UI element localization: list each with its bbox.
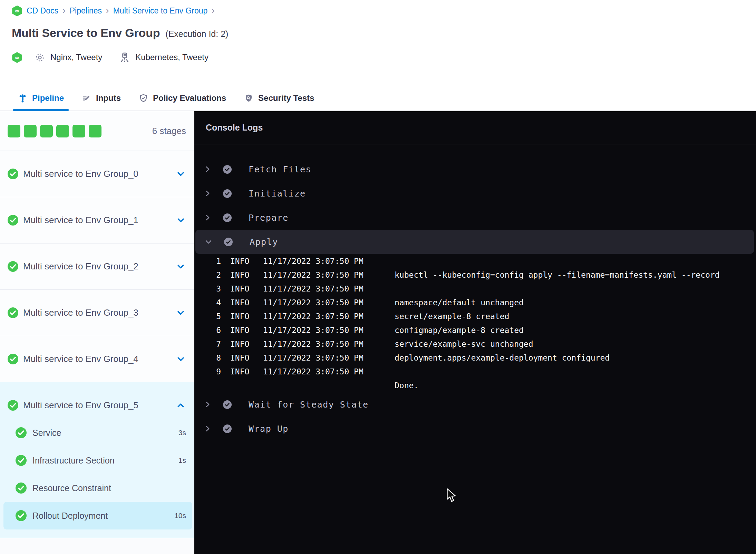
console-section-apply[interactable]: Apply <box>195 230 754 254</box>
chevron-down-icon[interactable] <box>176 169 185 179</box>
harness-logo-icon: ∞ <box>12 6 22 16</box>
breadcrumb-separator-icon: › <box>212 6 215 15</box>
log-line-number: 7 <box>213 340 221 348</box>
tab-pipeline[interactable]: Pipeline <box>18 86 64 111</box>
console-section-initialize[interactable]: Initialize <box>194 181 756 206</box>
log-timestamp: 11/17/2022 3:07:50 PM <box>263 298 365 307</box>
stage-progress-square[interactable] <box>89 125 101 137</box>
log-line-number: 9 <box>213 367 221 376</box>
breadcrumb-link-cd-docs[interactable]: CD Docs <box>27 6 58 16</box>
log-message: kubectl --kubeconfig=config apply --file… <box>395 270 720 279</box>
environments-label: Kubernetes, Tweety <box>135 52 209 62</box>
stage-row[interactable]: Multi service to Env Group_4 <box>0 336 194 382</box>
tab-label: Policy Evaluations <box>153 93 226 103</box>
chevron-right-icon[interactable] <box>204 401 212 408</box>
chevron-down-icon[interactable] <box>205 238 213 246</box>
status-success-icon <box>16 510 27 521</box>
step-name: Service <box>32 428 61 438</box>
tab-policy-evaluations[interactable]: Policy Evaluations <box>139 86 226 111</box>
chevron-down-icon[interactable] <box>176 354 185 364</box>
stage-progress-square[interactable] <box>40 125 53 137</box>
console-section-fetch-files[interactable]: Fetch Files <box>194 157 756 181</box>
log-level: INFO <box>230 326 250 335</box>
chevron-down-icon[interactable] <box>176 216 185 225</box>
log-timestamp: 11/17/2022 3:07:50 PM <box>263 312 365 321</box>
status-success-icon <box>8 169 18 179</box>
stage-row[interactable]: Multi service to Env Group_2 <box>0 243 194 290</box>
console-section-label: Prepare <box>249 213 289 223</box>
stage-row[interactable]: Multi service to Env Group_0 <box>0 151 194 197</box>
stage-progress-minimap <box>8 125 101 137</box>
step-row[interactable]: Infrastructure Section 1s <box>3 447 192 474</box>
inputs-icon <box>82 94 91 103</box>
step-row[interactable]: Resource Constraint <box>3 474 192 502</box>
log-line: 5 INFO 11/17/2022 3:07:50 PM secret/exam… <box>194 309 756 323</box>
step-name: Infrastructure Section <box>32 456 115 466</box>
step-success-icon <box>223 165 232 174</box>
chevron-right-icon[interactable] <box>204 214 212 221</box>
breadcrumb-link-pipeline-name[interactable]: Multi Service to Env Group <box>113 6 208 16</box>
page-header: ∞ CD Docs › Pipelines › Multi Service to… <box>0 0 756 111</box>
log-line: 8 INFO 11/17/2022 3:07:50 PM deployment.… <box>194 351 756 365</box>
chevron-down-icon[interactable] <box>176 262 185 271</box>
log-line-number: 8 <box>213 353 221 362</box>
log-message: secret/example-8 created <box>395 312 509 321</box>
policy-shield-check-icon <box>139 94 148 103</box>
stage-progress-square[interactable] <box>8 125 20 137</box>
step-name: Rollout Deployment <box>32 511 108 521</box>
status-success-icon <box>8 354 18 364</box>
chevron-down-icon[interactable] <box>176 308 185 317</box>
log-level: INFO <box>230 312 250 321</box>
log-message: configmap/example-8 created <box>395 326 524 335</box>
tab-inputs[interactable]: Inputs <box>82 86 121 111</box>
tab-label: Security Tests <box>258 93 314 103</box>
stage-row[interactable]: Multi service to Env Group_3 <box>0 290 194 336</box>
breadcrumb-separator-icon: › <box>106 6 109 15</box>
chevron-right-icon[interactable] <box>204 190 212 197</box>
console-section-wrap-up[interactable]: Wrap Up <box>194 417 756 441</box>
stage-name: Multi service to Env Group_5 <box>23 400 138 411</box>
log-timestamp: 11/17/2022 3:07:50 PM <box>263 257 365 266</box>
log-line-number: 3 <box>213 284 221 293</box>
log-line: 7 INFO 11/17/2022 3:07:50 PM service/exa… <box>194 337 756 351</box>
log-line: 9 INFO 11/17/2022 3:07:50 PM <box>194 365 756 379</box>
log-level: INFO <box>230 257 250 266</box>
svg-text:∞: ∞ <box>15 8 19 14</box>
step-row[interactable]: Service 3s <box>3 419 192 447</box>
step-duration: 3s <box>178 429 186 437</box>
console-logs-panel: Console Logs Fetch Files <box>194 111 756 554</box>
stage-progress-square[interactable] <box>24 125 37 137</box>
stage-name: Multi service to Env Group_3 <box>23 307 138 318</box>
status-success-icon <box>8 307 18 318</box>
environments-icon <box>119 52 130 63</box>
log-message: deployment.apps/example-deployment confi… <box>395 353 610 362</box>
log-line-number: 6 <box>213 326 221 335</box>
chevron-right-icon[interactable] <box>204 425 212 432</box>
mouse-cursor-icon <box>446 488 457 505</box>
chevron-right-icon[interactable] <box>204 165 212 173</box>
stage-progress-square[interactable] <box>72 125 85 137</box>
stage-row[interactable]: Multi service to Env Group_1 <box>0 197 194 243</box>
console-section-label: Initialize <box>249 189 306 199</box>
content-area: 6 stages Multi service to Env Group_0 <box>0 111 756 554</box>
pipeline-icon <box>18 94 27 103</box>
breadcrumb-separator-icon: › <box>62 6 66 15</box>
console-section-prepare[interactable]: Prepare <box>194 206 756 230</box>
console-section-label: Wait for Steady State <box>249 400 369 410</box>
log-line: Done. <box>194 379 756 392</box>
step-name: Resource Constraint <box>32 483 111 493</box>
log-level: INFO <box>230 367 250 376</box>
step-row[interactable]: Rollout Deployment 10s <box>3 502 192 529</box>
expanded-stage-group: Multi service to Env Group_5 <box>0 382 194 538</box>
stage-progress-square[interactable] <box>56 125 69 137</box>
tab-label: Inputs <box>96 93 121 103</box>
expanded-stage-header[interactable]: Multi service to Env Group_5 <box>0 391 194 419</box>
log-line-number: 2 <box>213 270 221 279</box>
tab-security-tests[interactable]: Security Tests <box>244 86 314 111</box>
log-message: Done. <box>395 381 418 390</box>
status-success-icon <box>16 427 27 438</box>
chevron-up-icon[interactable] <box>176 401 185 410</box>
console-section-wait-for-steady-state[interactable]: Wait for Steady State <box>194 392 756 417</box>
breadcrumb-link-pipelines[interactable]: Pipelines <box>70 6 102 16</box>
log-line: 3 INFO 11/17/2022 3:07:50 PM <box>194 282 756 296</box>
